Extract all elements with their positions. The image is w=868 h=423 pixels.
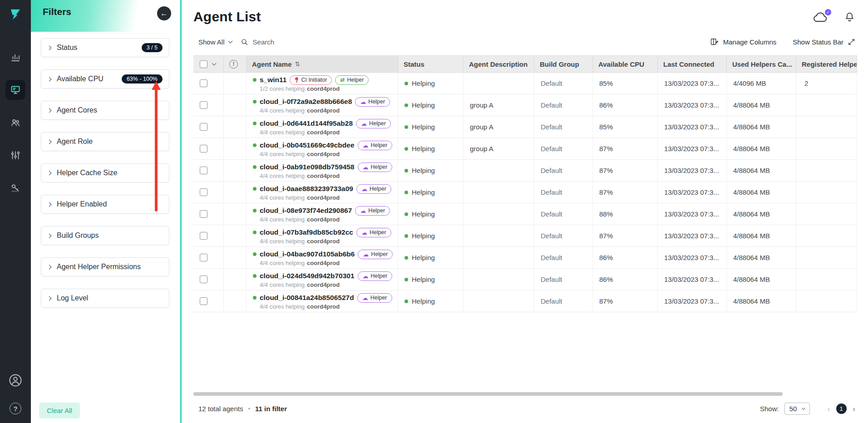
row-status-cell: Helping	[398, 182, 464, 203]
status-dot	[404, 300, 408, 303]
row-last-connected-cell: 13/03/2023 07:3...	[658, 203, 727, 225]
table-row[interactable]: cloud_i-0aae8883239733a09 Helper 4/	[193, 182, 857, 203]
sidebar-item-users[interactable]	[5, 113, 25, 133]
app-logo[interactable]	[0, 0, 31, 29]
row-checkbox[interactable]	[200, 167, 207, 174]
chevron-right-icon	[47, 77, 52, 81]
sidebar-item-settings[interactable]	[5, 145, 25, 165]
search-icon	[240, 38, 249, 46]
main-content: Agent List ✓ Show All	[182, 0, 868, 423]
filter-item[interactable]: Build Groups	[41, 226, 169, 245]
chevron-right-icon	[47, 45, 52, 50]
row-alert-cell	[224, 138, 247, 159]
filter-item[interactable]: Agent Helper Permissions	[41, 257, 169, 276]
next-page-button[interactable]: ›	[853, 404, 855, 413]
row-status-cell: Helping	[398, 203, 464, 225]
footer-separator: •	[248, 405, 250, 412]
row-checkbox[interactable]	[200, 145, 207, 152]
table-row[interactable]: cloud_i-08e973f74ed290867 Helper 4/	[193, 203, 857, 225]
row-checkbox[interactable]	[200, 123, 207, 131]
cores-helping-text: 4/4 cores helping	[260, 216, 305, 222]
page-size-select[interactable]: 50	[784, 403, 810, 415]
row-last-connected-cell: 13/03/2023 07:3...	[658, 94, 727, 116]
row-available-cpu-cell: 87%	[593, 160, 658, 181]
row-name-cell: cloud_i-08e973f74ed290867 Helper 4/	[247, 203, 398, 225]
sidebar-item-analytics[interactable]	[5, 47, 25, 67]
show-all-dropdown[interactable]: Show All	[198, 38, 232, 46]
current-page-indicator[interactable]: 1	[836, 403, 847, 414]
select-all-checkbox[interactable]	[200, 60, 207, 68]
cloud-status-button[interactable]: ✓	[812, 11, 829, 23]
manage-columns-button[interactable]: Manage Columns	[710, 37, 777, 46]
row-build-group-cell: Default	[534, 94, 593, 116]
badge-label: Helper	[370, 186, 386, 192]
agent-name: cloud_i-00841a24b8506527d	[260, 294, 354, 302]
cores-helping-text: 4/4 cores helping	[260, 304, 305, 310]
agent-subtext: 4/4 cores helping coord4prod	[253, 238, 340, 244]
show-status-bar-button[interactable]: Show Status Bar	[793, 38, 855, 46]
column-header-agent-name[interactable]: Agent Name ⇅	[247, 56, 398, 72]
account-button[interactable]	[7, 372, 24, 389]
badge-icon	[361, 230, 367, 236]
row-checkbox[interactable]	[200, 101, 207, 109]
status-text: Helping	[412, 297, 435, 305]
sidebar-item-agents[interactable]	[5, 80, 25, 100]
status-text: Helping	[412, 167, 435, 174]
table-row[interactable]: cloud_i-0f72a9a2e88b666e8 Helper 4/	[193, 94, 857, 116]
filter-item[interactable]: Status 3 / 5	[41, 38, 169, 57]
row-available-cpu-cell: 87%	[593, 138, 658, 159]
row-select-cell	[193, 94, 224, 116]
coordinator-name: coord4prod	[307, 173, 340, 179]
row-alert-cell	[224, 182, 247, 203]
row-checkbox[interactable]	[200, 254, 207, 261]
account-icon	[9, 374, 22, 387]
status-text: Helping	[412, 145, 435, 152]
scrollbar-thumb[interactable]	[193, 392, 783, 396]
table-row[interactable]: cloud_i-0ab91e098db759458 Helper 4/	[193, 160, 857, 182]
row-checkbox[interactable]	[200, 232, 207, 240]
chevron-down-icon	[802, 406, 805, 410]
notifications-button[interactable]	[844, 11, 855, 23]
table-row[interactable]: cloud_i-0b0451669c49cbdee Helper 4/	[193, 138, 857, 160]
table-row[interactable]: cloud_i-07b3af9db85cb92cc Helper 4/	[193, 225, 857, 247]
agent-badges: Helper	[356, 119, 391, 128]
filter-item[interactable]: Helper Cache Size	[41, 163, 169, 182]
row-checkbox[interactable]	[200, 79, 207, 87]
row-used-helpers-cell: 4/88064 MB	[727, 138, 796, 159]
table-row[interactable]: cloud_i-024d549d942b70301 Helper 4/	[193, 269, 857, 290]
agent-subtext: 4/4 cores helping coord4prod	[253, 216, 340, 222]
selection-menu-chevron-icon[interactable]	[212, 61, 217, 66]
filter-item[interactable]: Agent Cores	[41, 101, 169, 120]
cores-helping-text: 4/4 cores helping	[260, 151, 305, 157]
filter-item[interactable]: Helper Enabled	[41, 195, 169, 214]
status-text: Helping	[412, 275, 435, 283]
filter-list: Status 3 / 5 Available CPU 63% - 100% Ag…	[31, 32, 180, 308]
row-checkbox[interactable]	[200, 210, 207, 218]
help-button[interactable]: ?	[7, 400, 24, 417]
sidebar-item-api-keys[interactable]	[5, 178, 25, 198]
clear-all-button[interactable]: Clear All	[39, 403, 80, 418]
row-last-connected-cell: 13/03/2023 07:3...	[658, 138, 727, 159]
row-registered-helpers-cell	[796, 138, 857, 159]
table-row[interactable]: s_win11 CI Initiator Helper	[193, 73, 857, 94]
table-row[interactable]: cloud_i-04bac907d105ab6b6 Helper 4/	[193, 247, 857, 269]
row-checkbox[interactable]	[200, 297, 207, 305]
row-description-cell	[464, 160, 534, 181]
manage-columns-icon	[710, 37, 719, 46]
table-row[interactable]: cloud_i-00841a24b8506527d Helper 4/	[193, 290, 857, 312]
collapse-filters-button[interactable]: ←	[157, 6, 171, 20]
table-row[interactable]: cloud_i-0d6441d144f95ab28 Helper 4/	[193, 116, 857, 138]
row-checkbox[interactable]	[200, 188, 207, 196]
agent-online-dot	[253, 143, 256, 147]
previous-page-button[interactable]: ‹	[827, 404, 830, 413]
filter-item[interactable]: Agent Role	[41, 132, 169, 151]
agent-name-line: cloud_i-0ab91e098db759458 Helper	[253, 162, 392, 172]
header-actions: ✓	[812, 11, 855, 23]
row-checkbox[interactable]	[200, 275, 207, 283]
filter-item[interactable]: Log Level	[41, 289, 169, 308]
row-description-cell: group A	[464, 138, 534, 159]
search-input[interactable]	[253, 38, 326, 46]
chevron-right-icon	[47, 139, 52, 144]
status-text: Helping	[412, 232, 435, 240]
filter-item[interactable]: Available CPU 63% - 100%	[41, 69, 169, 89]
